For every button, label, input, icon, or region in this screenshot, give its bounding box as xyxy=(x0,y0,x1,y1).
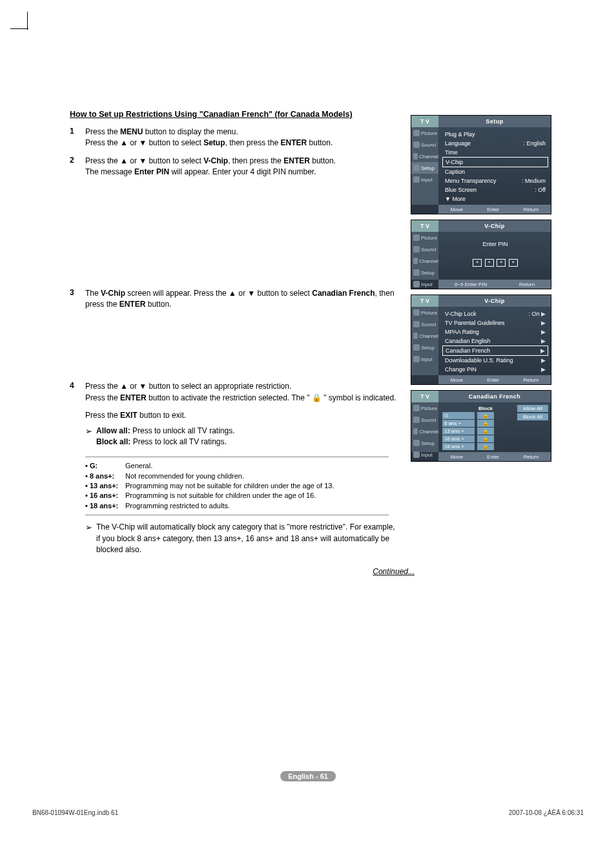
osd-menu-row[interactable]: Time xyxy=(442,148,548,157)
t: Setup xyxy=(203,138,225,147)
print-footer-right: 2007-10-08 ¿ÀÈÄ 6:06:31 xyxy=(509,809,584,816)
section-heading: How to Set up Restrictions Using "Canadi… xyxy=(70,110,399,119)
pin-digit[interactable]: * xyxy=(497,259,506,267)
osd-side-label: Input xyxy=(421,282,433,287)
osd-menu-row[interactable]: V-Chip xyxy=(442,157,548,167)
t: , then press the xyxy=(228,156,283,165)
osd-side-item[interactable]: Setup xyxy=(411,342,438,353)
menu-icon xyxy=(413,130,420,136)
osd-menu-row[interactable]: Blue Screen: Off xyxy=(442,185,548,194)
step-2-num: 2 xyxy=(70,156,85,178)
osd-side-item[interactable]: Input xyxy=(411,278,438,289)
osd-row-label: Plug & Play xyxy=(445,130,475,138)
ratings-table: • G:General.• 8 ans+:Not recommended for… xyxy=(85,457,389,515)
pin-digit[interactable]: * xyxy=(509,259,518,267)
osd-side-item[interactable]: Picture xyxy=(411,127,438,139)
allow-all-button[interactable]: Allow All xyxy=(517,405,548,412)
lock-icon[interactable]: 🔒 xyxy=(477,443,494,450)
rating-key: • 16 ans+: xyxy=(85,491,125,500)
osd-side-label: Setup xyxy=(421,345,435,351)
osd-menu-row[interactable]: MPAA Rating ▶ xyxy=(442,327,548,336)
t: button to activate the restriction selec… xyxy=(147,393,396,402)
osd-side-item[interactable]: Channel xyxy=(411,426,438,437)
osd-menu-row[interactable]: Change PIN ▶ xyxy=(442,365,548,374)
osd-side-item[interactable]: Sound xyxy=(411,414,438,426)
step-3-body: The V-Chip screen will appear. Press the… xyxy=(85,288,399,311)
osd-side-item[interactable]: Setup xyxy=(411,162,438,174)
osd-side-item[interactable]: Sound xyxy=(411,139,438,150)
menu-icon xyxy=(413,428,418,435)
osd-side-item[interactable]: Input xyxy=(411,449,438,460)
osd-side-item[interactable]: Setup xyxy=(411,267,438,278)
menu-icon xyxy=(413,176,420,183)
osd-menu-row[interactable]: Canadian French ▶ xyxy=(442,346,548,356)
rating-level[interactable]: 16 ans + xyxy=(442,435,475,442)
osd-menu-row[interactable]: ▼ More xyxy=(442,194,548,203)
chevron-right-icon: ▶ xyxy=(541,329,546,335)
osd-side-item[interactable]: Picture xyxy=(411,402,438,414)
osd-side-label: Channel xyxy=(419,154,438,160)
t: V-Chip xyxy=(203,156,228,165)
t: Press to unlock all TV ratings. xyxy=(130,426,235,435)
t: EXIT xyxy=(120,411,138,420)
osd-menu-row[interactable]: Plug & Play xyxy=(442,130,548,139)
osd-menu-row[interactable]: Downloadable U.S. Rating ▶ xyxy=(442,356,548,365)
osd-side-item[interactable]: Input xyxy=(411,174,438,185)
osd-side-label: Channel xyxy=(419,429,438,435)
lock-icon[interactable]: 🔒 xyxy=(477,412,494,419)
rating-level[interactable]: G xyxy=(442,412,475,419)
osd-foot-hint: Enter xyxy=(487,454,499,460)
osd-menu-row[interactable]: Canadian English ▶ xyxy=(442,336,548,346)
osd-side-label: Picture xyxy=(421,406,437,411)
menu-icon xyxy=(413,269,420,276)
lock-icon[interactable]: 🔒 xyxy=(477,435,494,442)
continued-label: Continued... xyxy=(85,567,415,576)
osd-menu-row[interactable]: Caption xyxy=(442,167,548,176)
osd-side-item[interactable]: Picture xyxy=(411,232,438,243)
osd-side-item[interactable]: Sound xyxy=(411,318,438,330)
menu-icon xyxy=(413,258,418,264)
menu-icon xyxy=(413,417,420,423)
menu-icon xyxy=(413,153,418,160)
lock-icon[interactable]: 🔒 xyxy=(477,428,494,435)
osd-side-item[interactable]: Channel xyxy=(411,330,438,342)
osd-row-label: ▼ More xyxy=(445,195,466,203)
pointer-icon: ➢ xyxy=(85,426,92,448)
t: The xyxy=(85,289,101,298)
osd-side-item[interactable]: Channel xyxy=(411,150,438,162)
osd-side-label: Sound xyxy=(421,142,436,148)
rating-desc: Not recommended for young children. xyxy=(125,471,244,481)
lock-icon[interactable]: 🔒 xyxy=(477,420,494,427)
pointer-icon: ➢ xyxy=(85,522,92,555)
osd-foot-hint: Move xyxy=(451,377,464,383)
osd-menu-row[interactable]: Language: English xyxy=(442,139,548,148)
chevron-right-icon: ▶ xyxy=(541,320,546,326)
t: The message xyxy=(85,167,134,176)
t: Press to lock all TV ratings. xyxy=(130,437,227,446)
osd-menu-row[interactable]: V-Chip Lock: On ▶ xyxy=(442,309,548,318)
osd-menu-row[interactable]: Menu Transparency: Medium xyxy=(442,176,548,185)
osd-row-label: V-Chip Lock xyxy=(445,310,477,318)
osd-side-label: Picture xyxy=(421,310,437,316)
step-4-body: Press the ▲ or ▼ button to select an app… xyxy=(85,381,399,404)
block-all-button[interactable]: Block All xyxy=(517,413,548,420)
menu-icon xyxy=(413,451,420,458)
osd-side-item[interactable]: Input xyxy=(411,353,438,365)
t: Press the xyxy=(85,411,120,420)
t: Enter PIN xyxy=(134,167,169,176)
osd-side-item[interactable]: Picture xyxy=(411,307,438,318)
rating-level[interactable]: 18 ans + xyxy=(442,443,475,450)
menu-icon xyxy=(413,333,418,339)
osd-side-item[interactable]: Channel xyxy=(411,255,438,267)
osd-side-item[interactable]: Setup xyxy=(411,437,438,449)
pin-field[interactable]: * * * * xyxy=(442,259,548,267)
pin-digit[interactable]: * xyxy=(485,259,494,267)
osd-row-label: Canadian English xyxy=(445,337,491,345)
rating-level[interactable]: 8 ans + xyxy=(442,420,475,427)
t: ENTER xyxy=(283,156,310,165)
rating-level[interactable]: 13 ans + xyxy=(442,428,475,435)
pin-digit[interactable]: * xyxy=(473,259,482,267)
osd-menu-row[interactable]: TV Parental Guidelines ▶ xyxy=(442,318,548,327)
osd-row-label: Menu Transparency xyxy=(445,177,497,185)
osd-side-item[interactable]: Sound xyxy=(411,243,438,255)
